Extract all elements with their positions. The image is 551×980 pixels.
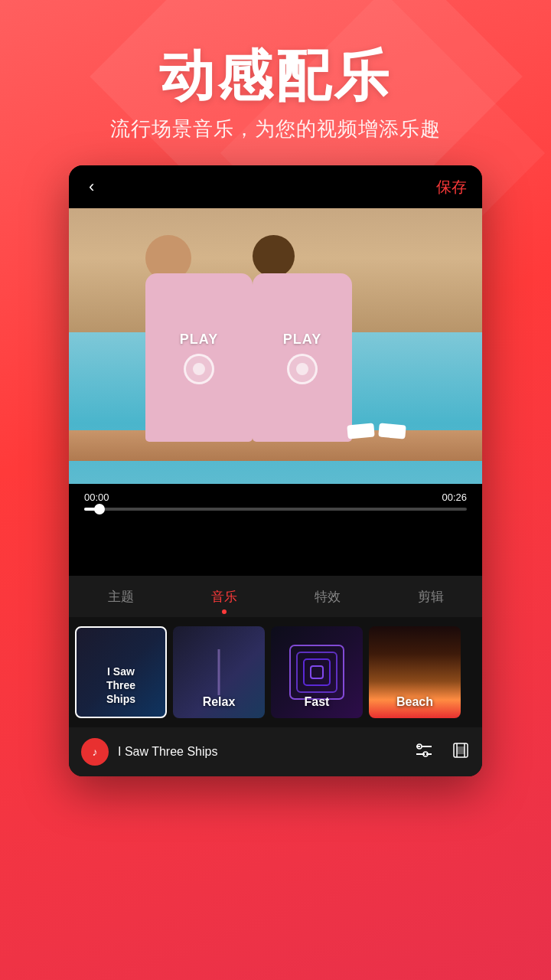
- tab-theme[interactable]: 主题: [69, 576, 172, 617]
- music-brand-icon: ♪: [93, 746, 98, 758]
- card-title-relax: Relax: [203, 695, 236, 709]
- person-left-body: PLAY: [145, 273, 253, 442]
- adjust-button[interactable]: [415, 741, 433, 763]
- card-bg-relax: Relax: [173, 626, 265, 718]
- shirt-circle-left: [184, 354, 214, 384]
- music-cards-row: I SawThreeShips Relax: [69, 617, 482, 727]
- trim-button[interactable]: [452, 741, 470, 763]
- person-right-body: PLAY: [253, 273, 352, 442]
- timeline-thumb[interactable]: [94, 504, 105, 514]
- subtitle: 流行场景音乐，为您的视频增添乐趣: [110, 116, 441, 142]
- shirt-inner-circle-right: [296, 363, 308, 375]
- timeline-timestamps: 00:00 00:26: [81, 484, 470, 508]
- svg-rect-2: [304, 659, 330, 685]
- timeline-area: 00:00 00:26: [69, 484, 482, 576]
- card-title-saw: I SawThreeShips: [106, 665, 135, 707]
- music-card-saw-three-ships[interactable]: I SawThreeShips: [75, 626, 167, 718]
- phone-mockup: ‹ 保存 PLAY: [69, 165, 482, 776]
- music-card-relax[interactable]: Relax: [173, 626, 265, 718]
- flipflop-left: [347, 423, 374, 439]
- tab-active-indicator: [222, 609, 227, 614]
- music-icon-circle: ♪: [81, 738, 109, 766]
- svg-rect-3: [311, 666, 323, 678]
- tab-edit[interactable]: 剪辑: [379, 576, 482, 617]
- tab-music[interactable]: 音乐: [172, 576, 276, 617]
- person-right: PLAY: [253, 273, 352, 442]
- tab-effects-label: 特效: [315, 588, 341, 606]
- svg-rect-1: [297, 652, 337, 692]
- tab-theme-label: 主题: [108, 588, 134, 606]
- person-left: PLAY: [145, 273, 253, 442]
- flipflops: [347, 424, 406, 438]
- shirt-circle-right: [287, 354, 318, 384]
- timestamp-end: 00:26: [442, 492, 467, 503]
- tabs-row: 主题 音乐 特效 剪辑: [69, 576, 482, 617]
- video-preview: PLAY PLAY: [69, 208, 482, 484]
- music-card-beach[interactable]: Beach: [369, 626, 461, 718]
- person-right-head: [253, 235, 295, 277]
- svg-rect-11: [457, 746, 465, 754]
- phone-topbar: ‹ 保存: [69, 165, 482, 208]
- save-button[interactable]: 保存: [436, 177, 467, 198]
- svg-rect-8: [426, 753, 432, 755]
- adjust-icon: [415, 741, 433, 760]
- fast-squares: [286, 642, 347, 703]
- shirt-inner-circle-left: [193, 363, 205, 375]
- flipflop-right: [378, 423, 406, 439]
- current-track-label: I Saw Three Ships: [118, 745, 406, 759]
- card-bg-saw: I SawThreeShips: [77, 628, 165, 717]
- main-title: 动感配乐: [110, 46, 441, 106]
- music-card-fast[interactable]: Fast: [271, 626, 363, 718]
- tab-music-label: 音乐: [211, 588, 237, 606]
- timeline-bar[interactable]: [84, 508, 467, 511]
- back-button[interactable]: ‹: [84, 172, 99, 201]
- card-title-beach: Beach: [369, 695, 461, 709]
- fast-visual: [286, 642, 347, 703]
- card-title-fast: Fast: [271, 695, 363, 709]
- tab-effects[interactable]: 特效: [276, 576, 379, 617]
- shirt-text-right: PLAY: [283, 332, 321, 348]
- bottom-actions: [415, 741, 470, 763]
- tab-edit-label: 剪辑: [418, 588, 444, 606]
- pool-scene: PLAY PLAY: [69, 208, 482, 484]
- timestamp-start: 00:00: [84, 492, 109, 503]
- app-container: 动感配乐 流行场景音乐，为您的视频增添乐趣 ‹ 保存 PLAY: [0, 0, 551, 980]
- bottom-bar: ♪ I Saw Three Ships: [69, 727, 482, 776]
- header-section: 动感配乐 流行场景音乐，为您的视频增添乐趣: [110, 0, 441, 158]
- trim-icon: [452, 741, 470, 760]
- svg-rect-5: [422, 746, 432, 747]
- shirt-text-left: PLAY: [180, 332, 218, 348]
